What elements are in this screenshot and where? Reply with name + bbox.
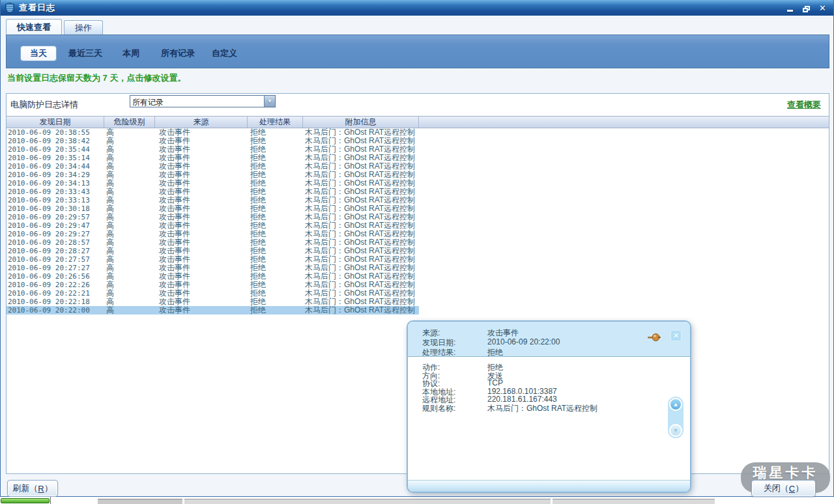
log-table-body: 2010-06-09 20:38:55高攻击事件拒绝木马后门：GhOst RAT… [7,128,829,315]
watermark-brand: 瑞星卡卡 [753,464,818,482]
table-cell: 木马后门：GhOst RAT远程控制 [303,188,419,196]
close-window-button[interactable]: ✕ [817,3,828,13]
table-cell: 木马后门：GhOst RAT远程控制 [303,137,419,145]
table-cell: 2010-06-09 20:33:43 [7,188,104,196]
tab-operations[interactable]: 操作 [64,20,103,35]
table-cell: 攻击事件 [155,137,248,145]
table-cell: 高 [104,230,155,238]
table-cell: 攻击事件 [155,213,248,221]
table-cell: 2010-06-09 20:22:00 [7,306,104,315]
table-row[interactable]: 2010-06-09 20:29:47高攻击事件拒绝木马后门：GhOst RAT… [7,221,419,230]
popup-field-row: 协议:TCP [422,378,597,387]
taskbar-fragment-green [1,498,50,503]
column-header-risk-level[interactable]: 危险级别 [104,117,155,128]
table-cell: 高 [104,128,155,137]
table-row[interactable]: 2010-06-09 20:27:27高攻击事件拒绝木马后门：GhOst RAT… [7,264,419,272]
table-cell: 高 [104,179,155,188]
table-row[interactable]: 2010-06-09 20:28:27高攻击事件拒绝木马后门：GhOst RAT… [7,247,419,255]
table-cell: 木马后门：GhOst RAT远程控制 [303,238,419,247]
popup-field-value: 发送 [487,371,503,379]
filter-last-3-days-button[interactable]: 最近三天 [68,46,102,61]
table-cell: 木马后门：GhOst RAT远程控制 [303,196,419,204]
record-type-dropdown[interactable]: 所有记录 ▼ [130,95,276,107]
column-header-result[interactable]: 处理结果 [248,117,303,128]
table-cell: 木马后门：GhOst RAT远程控制 [303,306,419,315]
table-row[interactable]: 2010-06-09 20:35:14高攻击事件拒绝木马后门：GhOst RAT… [7,154,419,162]
popup-close-button[interactable]: ✕ [670,330,682,341]
table-cell: 拒绝 [248,264,303,272]
table-row[interactable]: 2010-06-09 20:34:44高攻击事件拒绝木马后门：GhOst RAT… [7,162,419,171]
pin-icon[interactable] [647,333,661,342]
table-cell: 木马后门：GhOst RAT远程控制 [303,247,419,255]
table-row[interactable]: 2010-06-09 20:33:13高攻击事件拒绝木马后门：GhOst RAT… [7,196,419,204]
table-cell: 木马后门：GhOst RAT远程控制 [303,154,419,162]
minimize-button[interactable] [784,3,796,13]
window-fragment-3 [553,499,715,504]
table-cell: 拒绝 [248,154,303,162]
table-row[interactable]: 2010-06-09 20:28:57高攻击事件拒绝木马后门：GhOst RAT… [7,238,419,247]
column-header-extra-info[interactable]: 附加信息 [303,117,419,128]
popup-header-fields: 来源:攻击事件发现日期:2010-06-09 20:22:00处理结果:拒绝 [422,328,560,357]
popup-field-label: 方向: [422,371,487,379]
restore-button[interactable] [801,3,812,13]
view-summary-link[interactable]: 查看概要 [787,99,821,111]
popup-field-row: 处理结果:拒绝 [422,347,560,357]
retention-notice-link[interactable]: 当前设置日志保留天数为 7 天，点击修改设置。 [7,72,186,84]
table-cell: 高 [104,188,155,196]
table-cell: 高 [104,255,155,264]
table-row[interactable]: 2010-06-09 20:26:56高攻击事件拒绝木马后门：GhOst RAT… [7,272,419,281]
table-row[interactable]: 2010-06-09 20:38:55高攻击事件拒绝木马后门：GhOst RAT… [7,128,419,137]
filter-this-week-button[interactable]: 本周 [122,46,139,61]
arrow-down-icon: ▼ [673,427,679,434]
table-cell: 高 [104,238,155,247]
table-row[interactable]: 2010-06-09 20:34:13高攻击事件拒绝木马后门：GhOst RAT… [7,179,419,188]
table-cell: 高 [104,196,155,204]
table-cell: 攻击事件 [155,171,248,179]
table-cell: 2010-06-09 20:30:18 [7,204,104,213]
table-cell: 木马后门：GhOst RAT远程控制 [303,213,419,221]
table-row[interactable]: 2010-06-09 20:38:42高攻击事件拒绝木马后门：GhOst RAT… [7,137,419,145]
table-row[interactable]: 2010-06-09 20:22:21高攻击事件拒绝木马后门：GhOst RAT… [7,289,419,298]
table-cell: 高 [104,221,155,230]
previous-record-button[interactable]: ▲ [669,398,682,411]
popup-close-icon: ✕ [673,331,679,340]
table-row[interactable]: 2010-06-09 20:35:44高攻击事件拒绝木马后门：GhOst RAT… [7,145,419,154]
popup-field-value: TCP [487,378,503,387]
column-header-date[interactable]: 发现日期 [7,117,104,128]
column-header-source[interactable]: 来源 [155,117,248,128]
close-dialog-button[interactable]: 关闭（C） [751,480,816,497]
dropdown-arrow-button[interactable]: ▼ [264,96,275,107]
table-row[interactable]: 2010-06-09 20:22:00高攻击事件拒绝木马后门：GhOst RAT… [7,306,419,315]
popup-field-label: 规则名称: [422,403,487,412]
table-row[interactable]: 2010-06-09 20:33:43高攻击事件拒绝木马后门：GhOst RAT… [7,188,419,196]
titlebar[interactable]: 查看日志 ✕ [1,0,833,16]
table-cell: 攻击事件 [155,221,248,230]
table-cell: 木马后门：GhOst RAT远程控制 [303,204,419,213]
table-cell: 2010-06-09 20:29:47 [7,221,104,230]
table-row[interactable]: 2010-06-09 20:29:57高攻击事件拒绝木马后门：GhOst RAT… [7,213,419,221]
popup-field-label: 动作: [422,362,487,371]
table-row[interactable]: 2010-06-09 20:34:29高攻击事件拒绝木马后门：GhOst RAT… [7,171,419,179]
app-shield-icon [5,3,15,13]
table-cell: 木马后门：GhOst RAT远程控制 [303,230,419,238]
table-cell: 拒绝 [248,213,303,221]
filter-custom-button[interactable]: 自定义 [212,46,237,61]
table-row[interactable]: 2010-06-09 20:22:18高攻击事件拒绝木马后门：GhOst RAT… [7,298,419,306]
table-row[interactable]: 2010-06-09 20:29:27高攻击事件拒绝木马后门：GhOst RAT… [7,230,419,238]
table-cell: 木马后门：GhOst RAT远程控制 [303,221,419,230]
table-row[interactable]: 2010-06-09 20:22:26高攻击事件拒绝木马后门：GhOst RAT… [7,281,419,289]
next-record-button[interactable]: ▼ [669,424,682,437]
filter-all-records-button[interactable]: 所有记录 [161,46,195,61]
close-hotkey: C [789,484,795,494]
table-row[interactable]: 2010-06-09 20:30:18高攻击事件拒绝木马后门：GhOst RAT… [7,204,419,213]
table-cell: 攻击事件 [155,230,248,238]
popup-field-row: 本地地址:192.168.0.101:3387 [422,387,597,395]
table-cell: 2010-06-09 20:34:13 [7,179,104,188]
table-cell: 木马后门：GhOst RAT远程控制 [303,171,419,179]
table-cell: 高 [104,272,155,281]
table-row[interactable]: 2010-06-09 20:27:57高攻击事件拒绝木马后门：GhOst RAT… [7,255,419,264]
tab-quick-view[interactable]: 快速查看 [6,19,62,35]
refresh-button[interactable]: 刷新（R） [7,480,58,497]
table-cell: 拒绝 [248,230,303,238]
filter-today-button[interactable]: 当天 [21,46,56,61]
